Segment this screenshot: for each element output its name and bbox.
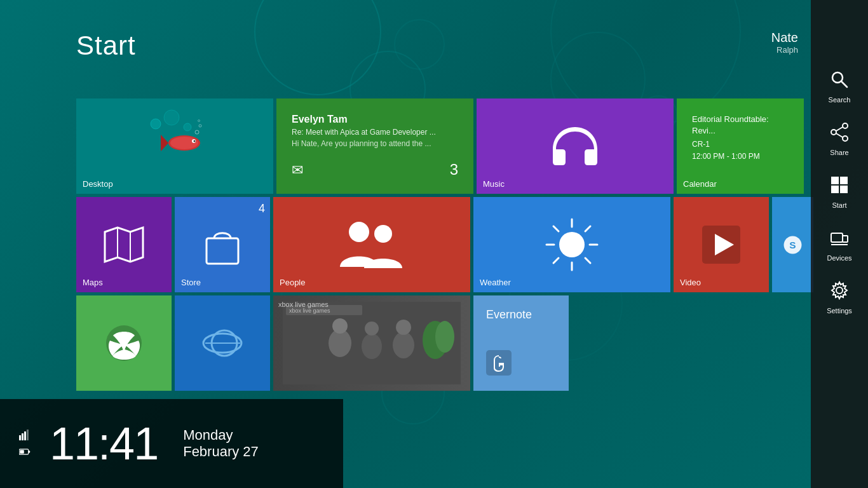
lock-status-icons [19,429,31,458]
games-bg: xbox live games xbox live games [273,295,470,391]
charm-search-label: Search [829,96,851,104]
tile-video[interactable]: Video [674,197,769,292]
svg-point-17 [374,225,392,243]
lock-time: 11:41 [50,421,158,466]
maps-icon-container [83,203,165,286]
svg-point-4 [170,137,198,149]
desktop-fish [137,108,213,159]
svg-line-52 [836,133,843,137]
shopping-bag-icon [200,222,245,267]
tiles-row-3: xbox live games xbox live games [76,295,813,391]
charm-share[interactable]: Share [811,116,868,163]
user-subtitle: Ralph [771,45,798,55]
settings-charm-icon [830,281,849,304]
charm-start-label: Start [832,201,846,209]
svg-point-10 [198,120,200,122]
svg-line-51 [836,127,843,131]
music-icon-container [483,105,667,187]
charm-devices-label: Devices [827,254,851,262]
svg-rect-64 [27,430,29,440]
tile-maps[interactable]: Maps [76,197,172,292]
svg-point-18 [559,232,585,257]
svg-point-9 [199,125,201,127]
tile-evernote[interactable]: Evernote [473,295,569,391]
svg-line-47 [841,81,847,87]
tile-people[interactable]: People [273,197,470,292]
tile-skype[interactable]: S [772,197,813,292]
mail-sender: Evelyn Tam [292,114,458,125]
svg-rect-67 [20,450,24,454]
play-icon [699,222,743,267]
svg-point-0 [151,119,161,129]
mail-preview: Hi Nate, Are you planning to attend the … [292,139,458,148]
tile-desktop[interactable]: Desktop [76,98,273,194]
charm-devices[interactable]: Devices [811,222,868,268]
people-icon-container [280,203,464,286]
svg-rect-61 [19,435,21,440]
svg-rect-14 [207,238,238,264]
svg-rect-57 [831,233,843,242]
tile-people-label: People [280,278,305,287]
tile-music-label: Music [483,179,505,189]
tile-calendar-label: Calendar [683,179,717,189]
svg-point-8 [195,130,199,134]
tile-weather[interactable]: Weather [473,197,670,292]
people-icon [334,216,410,273]
charm-settings[interactable]: Settings [811,274,868,321]
charm-start[interactable]: Start [811,169,868,215]
charms-bar: Search Share Start [811,0,868,488]
headphones-icon [546,118,604,175]
svg-point-16 [349,222,369,242]
tile-games[interactable]: xbox live games xbox live games [273,295,470,391]
mail-envelope-icon: ✉ [292,162,303,179]
store-icon-container [181,203,264,286]
user-info: Nate Ralph [771,30,798,55]
mail-content: Evelyn Tam Re: Meet with Apica at Game D… [283,105,467,187]
svg-rect-55 [831,186,839,193]
svg-point-50 [843,136,848,141]
svg-rect-53 [831,177,839,184]
svg-point-42 [396,320,411,335]
battery-icon [19,447,31,458]
svg-line-23 [553,226,559,231]
svg-point-38 [332,318,348,334]
evernote-logo-icon [486,350,512,376]
lock-screen-overlay: 11:41 Monday February 27 [0,399,343,488]
tile-desktop-label: Desktop [83,179,113,189]
tile-store[interactable]: 4 Store [175,197,270,292]
tile-calendar[interactable]: Editorial Roundtable: Revi... CR-1 12:00… [677,98,804,194]
games-preview: xbox live games [283,302,461,384]
svg-text:xbox live games: xbox live games [289,308,330,314]
calendar-event-room: CR-1 [692,139,789,150]
mail-count: 3 [450,161,458,179]
svg-rect-54 [840,177,848,184]
svg-point-48 [843,123,848,128]
svg-text:S: S [789,240,796,250]
tiles-container: Desktop Evelyn Tam Re: Meet with Apica a… [76,98,813,394]
tile-maps-label: Maps [83,278,103,287]
xbox-icon [104,323,145,364]
tile-video-label: Video [680,278,701,287]
calendar-content: Editorial Roundtable: Revi... CR-1 12:00… [683,105,797,187]
evernote-logo-container [486,350,556,378]
tiles-row-1: Desktop Evelyn Tam Re: Meet with Apica a… [76,98,813,194]
svg-line-26 [553,258,559,263]
svg-point-60 [836,287,843,294]
svg-rect-56 [840,186,848,193]
tile-music[interactable]: Music [477,98,674,194]
tile-mail[interactable]: Evelyn Tam Re: Meet with Apica at Game D… [276,98,473,194]
lock-date: Monday February 27 [183,427,259,460]
tile-ie[interactable] [175,295,270,391]
tile-xbox[interactable] [76,295,172,391]
sun-icon [540,213,604,276]
evernote-title: Evernote [486,308,556,322]
video-icon-container [680,203,763,286]
svg-rect-62 [22,433,24,440]
svg-point-41 [393,332,414,358]
mail-footer: ✉ 3 [292,161,458,179]
games-text: xbox live games [278,301,329,308]
svg-point-49 [831,130,836,135]
signal-icon [19,429,31,443]
svg-line-24 [585,258,590,263]
charm-search[interactable]: Search [811,64,868,110]
